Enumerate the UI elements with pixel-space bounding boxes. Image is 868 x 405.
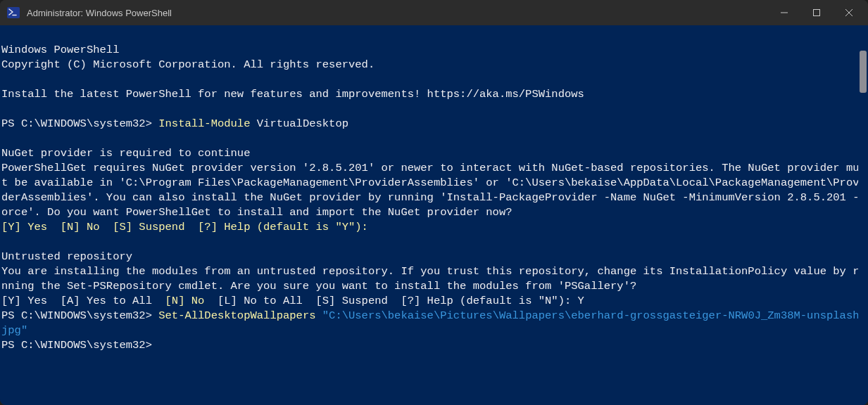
terminal-option: [L] No to All [S] Suspend [?] Help (defa…	[204, 295, 584, 307]
command-arg: VirtualDesktop	[250, 117, 348, 130]
scrollbar-thumb[interactable]	[860, 51, 867, 93]
terminal-option: [Y] Yes [A] Yes to All	[1, 295, 165, 307]
terminal-text: Windows PowerShell	[1, 43, 867, 58]
command-name: Install-Module	[158, 117, 250, 130]
command-name: Set-AllDesktopWallpapers	[158, 309, 322, 322]
prompt-path: PS C:\WINDOWS\system32>	[1, 339, 152, 352]
minimize-button[interactable]	[768, 0, 800, 25]
terminal-prompt-line: PS C:\WINDOWS\system32>	[1, 338, 867, 353]
terminal-text: Untrusted repository	[1, 250, 867, 264]
scrollbar-track[interactable]	[858, 25, 868, 405]
terminal-prompt-line: PS C:\WINDOWS\system32> Set-AllDesktopWa…	[1, 309, 867, 338]
terminal-text: PowerShellGet requires NuGet provider ve…	[1, 161, 867, 220]
terminal-text: NuGet provider is required to continue	[1, 146, 867, 161]
titlebar[interactable]: Administrator: Windows PowerShell	[0, 0, 868, 25]
terminal-text: You are installing the modules from an u…	[1, 264, 867, 294]
prompt-path: PS C:\WINDOWS\system32>	[1, 309, 158, 322]
maximize-button[interactable]	[800, 0, 833, 25]
terminal-text: Copyright (C) Microsoft Corporation. All…	[1, 58, 867, 72]
terminal-prompt-line: PS C:\WINDOWS\system32> Install-Module V…	[1, 117, 867, 131]
terminal-options-line: [Y] Yes [A] Yes to All [N] No [L] No to …	[1, 294, 867, 309]
terminal-option-default: [N] No	[165, 295, 205, 307]
terminal-area[interactable]: Windows PowerShellCopyright (C) Microsof…	[0, 25, 868, 405]
powershell-icon	[7, 6, 20, 19]
svg-rect-3	[814, 10, 820, 16]
window-controls	[768, 0, 865, 25]
terminal-text: Install the latest PowerShell for new fe…	[1, 87, 867, 102]
window-title: Administrator: Windows PowerShell	[27, 8, 172, 18]
window-frame: Administrator: Windows PowerShell Window…	[0, 0, 868, 405]
terminal-options: [Y] Yes [N] No [S] Suspend [?] Help (def…	[1, 220, 867, 235]
close-button[interactable]	[833, 0, 865, 25]
prompt-path: PS C:\WINDOWS\system32>	[1, 117, 158, 130]
